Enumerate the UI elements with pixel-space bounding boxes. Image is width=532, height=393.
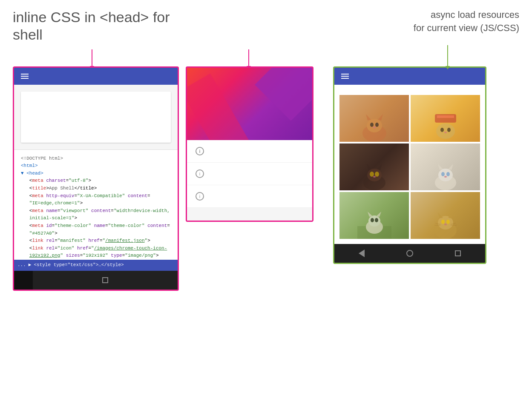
nav-item-index[interactable]: i <box>187 140 312 163</box>
left-arrow-pink <box>92 49 92 66</box>
svg-point-1 <box>367 119 382 132</box>
svg-point-38 <box>441 220 445 224</box>
right-phone <box>333 66 486 264</box>
cat-gallery-content <box>334 85 485 244</box>
nav-back-icon[interactable] <box>359 250 365 257</box>
cat3-svg <box>357 161 391 190</box>
left-label-col: inline CSS in <head> for shell <box>13 9 192 45</box>
hamburger-icon-right[interactable] <box>341 74 349 79</box>
svg-marker-23 <box>448 164 453 170</box>
svg-marker-15 <box>367 164 372 170</box>
code-line-9: initial-scale=1"> <box>21 215 171 222</box>
svg-point-19 <box>373 176 376 178</box>
svg-point-40 <box>444 224 447 225</box>
left-phone: <!DOCTYPE html> <html> ▼ <head> <meta ch… <box>13 66 179 291</box>
code-line-11: "#4527A0"> <box>21 230 171 238</box>
code-line-4: <meta charset="utf-8"> <box>21 177 171 185</box>
svg-marker-3 <box>378 114 383 120</box>
cat5-svg <box>357 209 391 239</box>
left-phone-content <box>14 85 178 149</box>
left-phone-bottom <box>14 271 178 290</box>
svg-point-11 <box>447 128 451 132</box>
nav-item-info-icon-index: i <box>196 147 204 155</box>
left-phone-header <box>14 68 178 85</box>
svg-marker-2 <box>366 114 371 120</box>
svg-marker-30 <box>368 212 373 217</box>
page-wrapper: inline CSS in <head> for shell async loa… <box>0 0 532 393</box>
right-arrow-green <box>447 45 448 66</box>
svg-point-4 <box>370 123 374 127</box>
bottom-black-block <box>14 271 33 290</box>
inline-css-label: inline CSS in <head> for shell <box>13 9 192 43</box>
svg-point-17 <box>370 172 374 177</box>
svg-point-39 <box>446 220 450 224</box>
colorful-header <box>187 68 312 140</box>
mid-arrow-container <box>248 49 249 66</box>
svg-marker-22 <box>438 164 443 170</box>
cat-image-3 <box>339 143 409 190</box>
code-line-1: <!DOCTYPE html> <box>21 155 171 163</box>
svg-point-32 <box>371 218 374 222</box>
cat6-svg <box>428 209 463 239</box>
svg-point-14 <box>367 169 382 181</box>
nav-item-url2[interactable]: i <box>187 185 312 208</box>
code-line-5: <title>App Shell</title> <box>21 185 171 192</box>
nav-recent-icon[interactable] <box>455 250 461 256</box>
cat-grid <box>339 95 480 239</box>
svg-marker-36 <box>438 212 443 218</box>
hamburger-icon-left[interactable] <box>21 74 29 79</box>
code-line-10: <meta id="theme-color" name="theme-color… <box>21 222 171 230</box>
svg-marker-37 <box>448 212 453 218</box>
svg-point-12 <box>444 132 447 133</box>
cat-image-6 <box>411 192 480 239</box>
nav-item-info-icon-url1: i <box>196 169 204 178</box>
cat4-svg <box>428 161 463 190</box>
code-line-8: <meta name="viewport" content="width=dev… <box>21 207 171 215</box>
right-phone-nav-bar <box>334 244 485 263</box>
cat-image-1 <box>339 95 409 142</box>
svg-point-9 <box>436 123 455 139</box>
cat-image-5 <box>339 192 409 239</box>
nav-menu: i i i <box>187 140 312 208</box>
svg-point-24 <box>441 172 445 176</box>
code-line-2: <html> <box>21 162 171 170</box>
labels-row: inline CSS in <head> for shell async loa… <box>13 9 519 45</box>
left-arrow-container <box>92 49 92 66</box>
cat2-svg <box>428 112 463 142</box>
right-label-col: async load resources for current view (J… <box>324 9 519 35</box>
svg-point-21 <box>438 169 453 181</box>
svg-point-29 <box>368 215 380 227</box>
arrows-row <box>13 45 519 66</box>
code-line-7: "IE=edge,chrome=1"> <box>21 200 171 207</box>
svg-point-18 <box>375 172 379 177</box>
code-block: <!DOCTYPE html> <html> ▼ <head> <meta ch… <box>14 149 178 271</box>
middle-phone: i i i <box>186 66 313 222</box>
middle-phone-filler <box>187 208 312 221</box>
svg-point-25 <box>446 172 450 176</box>
code-line-12: <link rel="manifest" href="/manifest.jso… <box>21 237 171 245</box>
svg-point-33 <box>375 218 378 222</box>
cat1-svg <box>357 112 391 142</box>
svg-point-26 <box>444 176 447 178</box>
cat-image-4 <box>411 143 480 190</box>
async-load-label: async load resources for current view (J… <box>324 9 519 35</box>
code-line-13: <link rel="icon" href="/images/chrome-to… <box>21 245 171 252</box>
code-line-14: 192x192.png" sizes="192x192" type="image… <box>21 252 171 260</box>
highlighted-style-line: ... ▶ <style type="text/css">…</style> <box>14 260 178 271</box>
mid-arrow-pink <box>248 49 249 66</box>
left-phone-nav-bar <box>33 271 178 290</box>
code-line-3: ▼ <head> <box>21 170 171 178</box>
nav-item-url1[interactable]: i <box>187 163 312 185</box>
svg-marker-16 <box>377 164 382 170</box>
nav-item-info-icon-url2: i <box>196 192 204 201</box>
svg-marker-31 <box>376 212 381 217</box>
svg-point-6 <box>373 126 376 128</box>
svg-rect-8 <box>437 115 454 118</box>
nav-home-icon[interactable] <box>406 250 413 257</box>
cat-image-2 <box>411 95 480 142</box>
white-card <box>21 92 171 143</box>
right-arrow-container <box>447 45 448 66</box>
phones-row: <!DOCTYPE html> <html> ▼ <head> <meta ch… <box>13 66 519 291</box>
svg-point-10 <box>440 128 444 132</box>
code-line-6: <meta http-equiv="X-UA-Compatible" conte… <box>21 192 171 200</box>
